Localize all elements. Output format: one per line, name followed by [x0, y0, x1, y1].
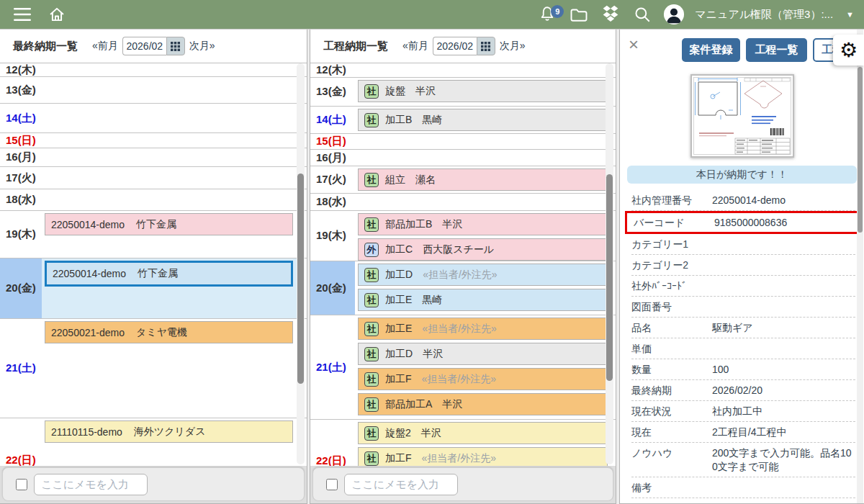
process-entry[interactable]: 社旋盤半沢 — [358, 80, 608, 102]
calendar-row: 21(土)22050021-demoタミヤ電機 — [0, 319, 307, 418]
delivery-entry[interactable]: 22050014-demo竹下金属 — [45, 213, 293, 235]
entries-area — [42, 77, 297, 103]
inhouse-badge: 社 — [364, 113, 379, 127]
process-name: 加工E — [385, 323, 412, 336]
date-label: 15(日) — [0, 133, 42, 148]
process-entry[interactable]: 社部品加工B半沢 — [358, 213, 608, 235]
field-value — [712, 300, 855, 314]
scrollbar-thumb[interactable] — [858, 67, 863, 233]
process-entry[interactable]: 社組立瀬名 — [358, 168, 608, 191]
settings-card[interactable]: ⚙ — [833, 35, 864, 66]
calendar-row: 16(月) — [310, 150, 616, 166]
calendar-row: 15(日) — [0, 133, 307, 148]
entries-area — [42, 167, 297, 189]
process-entry[interactable]: 社加工D半沢 — [358, 343, 608, 365]
search-icon[interactable] — [631, 4, 653, 25]
home-icon[interactable] — [46, 4, 68, 25]
entries-area — [355, 134, 608, 149]
field-row: ノウハウ200文字まで入力可能。品名100文字まで可能 — [631, 443, 855, 477]
process-name: 加工B — [385, 114, 412, 127]
delivery-entry[interactable]: 21110115-demo海外ツクリダス — [45, 420, 293, 443]
field-label: 受注日 — [631, 502, 712, 503]
next-month-button[interactable]: 次月» — [500, 40, 526, 53]
prev-month-button[interactable]: «前月 — [92, 40, 118, 53]
process-entry[interactable]: 社加工E黒崎 — [358, 289, 608, 311]
final-delivery-panel: 最終納期一覧 «前月 次月» 12(木)13(金)14(土)15(日)16(月)… — [0, 30, 307, 504]
calendar-row: 20(金)社加工D«担当者/外注先»社加工E黒崎 — [310, 261, 616, 315]
entries-area — [355, 150, 608, 166]
inhouse-badge: 社 — [364, 397, 379, 412]
scrollbar-thumb[interactable] — [606, 174, 613, 381]
chevron-down-icon[interactable]: ▼ — [846, 10, 854, 19]
inhouse-badge: 社 — [364, 322, 379, 336]
process-entry[interactable]: 社加工F«担当者/外注先» — [358, 368, 608, 390]
inhouse-badge: 社 — [364, 426, 379, 441]
month-input[interactable] — [122, 37, 166, 55]
process-entry[interactable]: 外加工C西大阪スチール — [358, 238, 608, 261]
prev-month-button[interactable]: «前月 — [402, 40, 428, 53]
detail-panel: × 案件登録 工程一覧 工程を ⚙ — [619, 30, 864, 504]
process-entry[interactable]: 社部品加工A半沢 — [358, 393, 608, 415]
memo-input[interactable] — [34, 474, 148, 495]
process-name: 部品加工A — [385, 398, 432, 411]
inhouse-badge: 社 — [364, 293, 379, 307]
memo-input[interactable] — [344, 474, 458, 495]
hamburger-menu-icon[interactable] — [12, 4, 33, 25]
delivery-entry[interactable]: 22050021-demoタミヤ電機 — [45, 321, 293, 343]
date-label: 18(水) — [0, 189, 42, 210]
drawing-thumbnail[interactable] — [690, 74, 794, 158]
case-register-button[interactable]: 案件登録 — [682, 38, 740, 62]
gear-icon: ⚙ — [840, 40, 858, 60]
process-name: 加工E — [385, 294, 412, 307]
process-entry[interactable]: 社加工D«担当者/外注先» — [358, 264, 608, 286]
date-label: 14(土) — [0, 104, 42, 132]
month-input[interactable] — [433, 37, 477, 55]
close-icon[interactable]: × — [629, 36, 639, 53]
entry-client: タミヤ電機 — [136, 326, 187, 339]
inhouse-badge: 社 — [364, 84, 379, 99]
calendar-row: 12(木) — [0, 63, 307, 77]
process-list-button[interactable]: 工程一覧 — [746, 38, 807, 62]
field-value: 駆動ギア — [712, 321, 855, 335]
avatar[interactable] — [663, 4, 685, 25]
calendar-row: 12(木) — [310, 63, 616, 78]
field-row: 数量100 — [631, 359, 855, 380]
field-value — [712, 279, 855, 293]
process-entry[interactable]: 社旋盤2半沢 — [358, 422, 608, 444]
topbar: 9 マニュアル権限（管理3）:... ▼ — [0, 0, 864, 30]
date-label: 12(木) — [0, 63, 42, 76]
panel-title: 最終納期一覧 — [0, 40, 92, 53]
field-value: 9185000008636 — [714, 216, 853, 230]
date-label: 21(土) — [0, 319, 42, 418]
field-value — [712, 238, 855, 251]
memo-strip — [310, 466, 616, 503]
calendar-icon[interactable] — [477, 37, 495, 55]
process-name: 加工C — [385, 243, 413, 256]
field-value: 2工程目/4工程中 — [712, 426, 855, 439]
memo-checkbox[interactable] — [16, 479, 27, 490]
field-row: 社外ﾊﾞｰｺｰﾄﾞ — [631, 276, 855, 297]
dropbox-icon[interactable] — [600, 4, 621, 25]
entries-area: 社加工B黒崎 — [355, 107, 608, 133]
inhouse-badge: 社 — [364, 451, 379, 466]
next-month-button[interactable]: 次月» — [189, 40, 215, 53]
field-label: 備考 — [631, 481, 712, 495]
calendar-row: 21(土)社加工E«担当者/外注先»社加工D半沢社加工F«担当者/外注先»社部品… — [310, 315, 616, 420]
memo-checkbox[interactable] — [326, 479, 338, 490]
calendar-icon[interactable] — [166, 37, 185, 55]
assignee-name: 西大阪スチール — [423, 243, 494, 256]
process-delivery-calendar: 12(木)13(金)社旋盤半沢14(土)社加工B黒崎15(日)16(月)17(火… — [310, 63, 616, 503]
entry-code: 22050014-demo — [53, 268, 126, 279]
detail-fields: 社内管理番号22050014-demoバーコード9185000008636カテゴ… — [620, 190, 864, 503]
scrollbar-thumb[interactable] — [297, 174, 304, 384]
delivery-entry[interactable]: 22050014-demo竹下金属 — [45, 261, 293, 287]
notification-bell-icon[interactable]: 9 — [536, 4, 558, 25]
process-entry[interactable]: 社加工B黒崎 — [358, 109, 608, 131]
process-name: 加工D — [385, 269, 413, 282]
date-label: 14(土) — [310, 107, 355, 133]
entries-area: 22050021-demoタミヤ電機 — [42, 319, 297, 418]
date-label: 13(金) — [310, 78, 355, 106]
process-entry[interactable]: 社加工E«担当者/外注先» — [358, 318, 608, 340]
folder-icon[interactable] — [568, 4, 590, 25]
date-label: 20(金) — [0, 258, 42, 318]
